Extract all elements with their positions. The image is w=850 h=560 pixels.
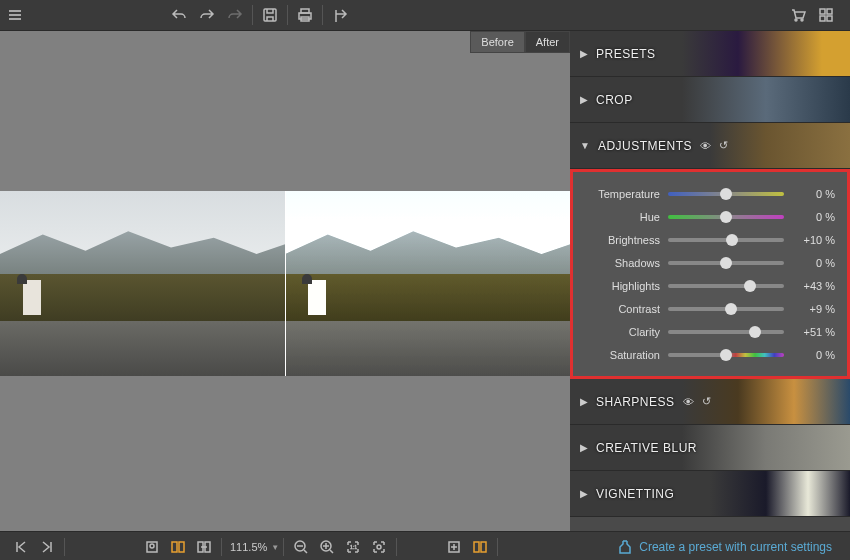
slider-label: Clarity [585, 326, 668, 338]
slider-track[interactable] [668, 353, 784, 357]
slider-label: Temperature [585, 188, 668, 200]
main-area: Before After ▶ PRESETS ▶ CROP ▼ ADJUSTME… [0, 31, 850, 531]
panel-title: PRESETS [596, 47, 656, 61]
slider-thumb[interactable] [720, 188, 732, 200]
slider-label: Brightness [585, 234, 668, 246]
first-button[interactable] [8, 532, 34, 560]
compare-tabs: Before After [470, 31, 570, 53]
create-preset-label: Create a preset with current settings [639, 540, 832, 554]
single-view-button[interactable] [139, 532, 165, 560]
svg-text:1:1: 1:1 [350, 544, 357, 550]
zoom-out-button[interactable] [288, 532, 314, 560]
svg-point-19 [377, 545, 381, 549]
svg-rect-13 [179, 542, 184, 552]
slider-value: 0 % [784, 188, 835, 200]
slider-value: +51 % [784, 326, 835, 338]
slider-thumb[interactable] [720, 349, 732, 361]
slider-label: Hue [585, 211, 668, 223]
tab-before[interactable]: Before [470, 31, 524, 53]
compare-divider[interactable] [285, 191, 286, 376]
svg-rect-8 [820, 16, 825, 21]
image-compare [0, 191, 570, 376]
zoom-actual-button[interactable]: 1:1 [340, 532, 366, 560]
svg-rect-22 [481, 542, 486, 552]
cart-button[interactable] [784, 0, 812, 30]
slider-thumb[interactable] [749, 326, 761, 338]
zoom-fit-button[interactable] [366, 532, 392, 560]
separator [221, 538, 222, 556]
svg-rect-0 [264, 9, 276, 21]
slider-track[interactable] [668, 330, 784, 334]
svg-rect-21 [474, 542, 479, 552]
slider-value: +43 % [784, 280, 835, 292]
slider-row-shadows: Shadows0 % [585, 251, 835, 274]
share-button[interactable] [326, 0, 354, 30]
reset-icon[interactable]: ↺ [702, 395, 711, 408]
slider-thumb[interactable] [725, 303, 737, 315]
svg-rect-12 [172, 542, 177, 552]
slider-track[interactable] [668, 192, 784, 196]
slider-thumb[interactable] [720, 211, 732, 223]
chevron-right-icon: ▶ [580, 48, 588, 59]
split-view-button[interactable] [165, 532, 191, 560]
slider-track[interactable] [668, 238, 784, 242]
svg-rect-6 [820, 9, 825, 14]
redo-alt-button[interactable] [221, 0, 249, 30]
separator [396, 538, 397, 556]
reset-icon[interactable]: ↺ [719, 139, 728, 152]
panel-crop[interactable]: ▶ CROP [570, 77, 850, 123]
panel-adjustments[interactable]: ▼ ADJUSTMENTS 👁 ↺ [570, 123, 850, 169]
bottom-toolbar: 111.5% ▼ 1:1 Create a preset with curren… [0, 531, 850, 560]
last-button[interactable] [34, 532, 60, 560]
chevron-down-icon: ▼ [580, 140, 590, 151]
slider-thumb[interactable] [726, 234, 738, 246]
menu-button[interactable] [0, 0, 30, 30]
separator [252, 5, 253, 25]
grid-button[interactable] [812, 0, 840, 30]
slider-value: 0 % [784, 349, 835, 361]
slider-row-temperature: Temperature0 % [585, 182, 835, 205]
panel-vignetting[interactable]: ▶ VIGNETTING [570, 471, 850, 517]
add-button[interactable] [441, 532, 467, 560]
svg-rect-9 [827, 16, 832, 21]
slider-label: Shadows [585, 257, 668, 269]
panel-title: CREATIVE BLUR [596, 441, 697, 455]
panel-creative-blur[interactable]: ▶ CREATIVE BLUR [570, 425, 850, 471]
undo-button[interactable] [165, 0, 193, 30]
svg-rect-7 [827, 9, 832, 14]
chevron-down-icon[interactable]: ▼ [271, 543, 279, 552]
tab-after[interactable]: After [525, 31, 570, 53]
slider-row-hue: Hue0 % [585, 205, 835, 228]
slider-row-highlights: Highlights+43 % [585, 274, 835, 297]
chevron-right-icon: ▶ [580, 442, 588, 453]
separator [287, 5, 288, 25]
slider-value: +9 % [784, 303, 835, 315]
batch-button[interactable] [467, 532, 493, 560]
svg-point-11 [150, 544, 154, 548]
panel-presets[interactable]: ▶ PRESETS [570, 31, 850, 77]
slider-thumb[interactable] [720, 257, 732, 269]
zoom-level[interactable]: 111.5% [226, 541, 271, 553]
adjustments-body: Temperature0 %Hue0 %Brightness+10 %Shado… [570, 169, 850, 379]
print-button[interactable] [291, 0, 319, 30]
separator [64, 538, 65, 556]
slider-thumb[interactable] [744, 280, 756, 292]
slider-value: 0 % [784, 257, 835, 269]
redo-button[interactable] [193, 0, 221, 30]
slider-track[interactable] [668, 215, 784, 219]
panel-title: SHARPNESS [596, 395, 675, 409]
slider-row-clarity: Clarity+51 % [585, 320, 835, 343]
slider-track[interactable] [668, 261, 784, 265]
save-button[interactable] [256, 0, 284, 30]
slider-row-saturation: Saturation0 % [585, 343, 835, 366]
create-preset-link[interactable]: Create a preset with current settings [617, 539, 842, 555]
eye-icon[interactable]: 👁 [700, 140, 711, 152]
panel-title: VIGNETTING [596, 487, 674, 501]
compare-view-button[interactable] [191, 532, 217, 560]
eye-icon[interactable]: 👁 [683, 396, 694, 408]
image-before [0, 191, 285, 376]
slider-track[interactable] [668, 307, 784, 311]
panel-sharpness[interactable]: ▶ SHARPNESS 👁 ↺ [570, 379, 850, 425]
zoom-in-button[interactable] [314, 532, 340, 560]
slider-track[interactable] [668, 284, 784, 288]
